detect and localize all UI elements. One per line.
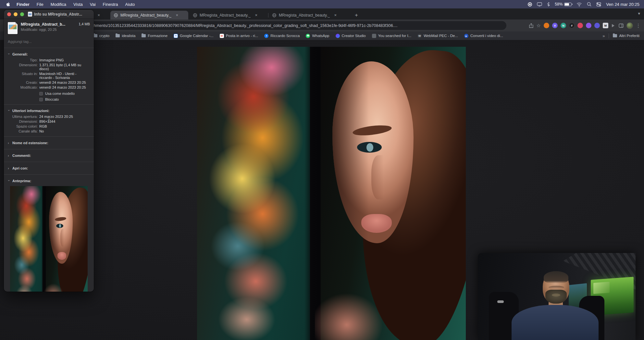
bookmark-item[interactable]: ▶ Converti i video di...	[464, 34, 503, 38]
bluetooth-icon[interactable]	[547, 2, 550, 6]
divider	[609, 33, 609, 38]
section-header-comments[interactable]: › Commenti:	[8, 152, 90, 159]
bookmarks-overflow-icon[interactable]: »	[602, 33, 605, 38]
disclosure-chevron-icon[interactable]: ›	[8, 154, 10, 157]
bookmark-item[interactable]: Creator Studio	[336, 34, 366, 38]
bookmark-item[interactable]: f Riccardo Scrocca	[264, 34, 300, 38]
spotlight-search-icon[interactable]	[587, 2, 591, 6]
display-icon[interactable]	[537, 2, 542, 6]
section-header-open-with[interactable]: › Apri con:	[8, 165, 90, 171]
tab-label: MRregista_Abstract_beauty._	[200, 13, 251, 18]
disclosure-chevron-icon[interactable]: ›	[8, 141, 10, 145]
bookmark-item[interactable]: You searched for I...	[372, 34, 412, 38]
close-icon[interactable]: ×	[174, 13, 180, 18]
info-row: Situato in:Macintosh HD - Utenti - ricca…	[8, 71, 90, 80]
eye	[357, 142, 382, 153]
disclosure-chevron-icon[interactable]: ›	[7, 53, 11, 56]
menu-finder[interactable]: Finder	[17, 2, 30, 7]
bookmark-item[interactable]: ☎ WhatsApp	[306, 34, 329, 38]
presenter-beard	[545, 290, 567, 304]
lips	[361, 214, 392, 233]
menu-aiuto[interactable]: Aiuto	[125, 2, 135, 7]
disclosure-chevron-icon[interactable]: ›	[7, 180, 11, 183]
checkbox-row[interactable]: Usa come modello	[39, 92, 90, 95]
screen-recording-icon[interactable]	[528, 2, 532, 6]
bookmark-star-icon[interactable]: ☆	[537, 23, 541, 29]
bookmark-folder[interactable]: idealista	[116, 34, 135, 38]
section-comments: › Commenti:	[4, 151, 94, 160]
checkbox-locked[interactable]	[39, 98, 43, 101]
section-name-extension: › Nome ed estensione:	[4, 139, 94, 147]
tab-1-active[interactable]: MRregista_Abstract_beauty._ ×	[110, 11, 188, 19]
section-header-general[interactable]: › Generali:	[8, 51, 90, 57]
globe-icon	[272, 13, 277, 18]
close-icon[interactable]: ×	[96, 13, 101, 18]
close-icon[interactable]: ×	[254, 13, 259, 18]
section-header-name-extension[interactable]: › Nome ed estensione:	[8, 140, 90, 146]
window-title: Info su MRregista_Abstr...	[34, 12, 82, 17]
extension-icon[interactable]	[586, 23, 591, 28]
section-header-preview[interactable]: › Anteprima:	[8, 178, 90, 184]
main-image	[197, 47, 466, 340]
browser-toolbar: /attachments/1013512335442333816/1088906…	[0, 19, 644, 31]
info-window-titlebar[interactable]: Info su MRregista_Abstr...	[4, 10, 94, 19]
checkbox-template[interactable]	[39, 92, 43, 95]
wifi-icon[interactable]	[576, 2, 582, 6]
menu-vai[interactable]: Vai	[90, 2, 96, 7]
disclosure-chevron-icon[interactable]: ›	[8, 166, 10, 170]
menu-modifica[interactable]: Modifica	[51, 2, 66, 7]
extension-icon[interactable]: #	[569, 23, 575, 28]
bookmark-label: WhatsApp	[312, 34, 329, 38]
info-row: Modificato:venerdì 24 marzo 2023 20:25	[8, 85, 90, 90]
tab-3[interactable]: MRregista_Abstract_beauty._ ×	[269, 11, 347, 19]
divider	[4, 136, 94, 137]
menu-file[interactable]: File	[37, 2, 43, 7]
section-header-more-info[interactable]: › Ulteriori informazioni:	[8, 107, 90, 114]
bookmark-label: Riccardo Scrocca	[270, 34, 300, 38]
new-tab-button[interactable]: +	[353, 11, 360, 19]
bookmark-label: WebMail PEC - De...	[424, 34, 458, 38]
divider	[4, 162, 94, 162]
address-bar[interactable]: /attachments/1013512335442333816/1088906…	[79, 21, 506, 30]
extension-icon[interactable]	[594, 23, 600, 28]
bookmark-folder[interactable]: Formazione	[142, 34, 167, 38]
tab-2[interactable]: MRregista_Abstract_beauty._ ×	[190, 11, 267, 19]
extension-icon[interactable]: N	[561, 23, 566, 28]
extension-icon[interactable]: V	[552, 23, 558, 28]
bookmark-label: Formazione	[148, 34, 167, 38]
collections-arrow-icon[interactable]	[611, 23, 616, 28]
battery-indicator[interactable]: 58%	[555, 2, 572, 6]
side-panel-icon[interactable]	[619, 23, 624, 28]
disclosure-chevron-icon[interactable]: ›	[7, 110, 11, 112]
bookmark-folder[interactable]: crypto	[93, 34, 109, 38]
close-window-button[interactable]	[7, 12, 11, 16]
info-row: Spazio colori:RGB	[8, 124, 90, 129]
minimize-window-button[interactable]	[14, 12, 18, 16]
extension-icon[interactable]	[577, 23, 583, 28]
info-row: Tipo:Immagine PNG	[8, 57, 90, 62]
close-icon[interactable]: ×	[333, 13, 338, 18]
checkbox-row[interactable]: Bloccato	[39, 97, 90, 101]
video-convert-icon: ▶	[464, 34, 468, 38]
bookmark-item[interactable]: M Posta in arrivo - ri...	[220, 34, 258, 38]
menu-vista[interactable]: Vista	[73, 2, 83, 7]
other-bookmarks-folder[interactable]: Altri Preferiti	[613, 34, 639, 38]
extension-icon[interactable]: M	[603, 23, 608, 28]
bookmark-item[interactable]: 31 Google Calendar -...	[174, 34, 214, 38]
bookmark-label: Altri Preferiti	[619, 34, 639, 38]
bookmark-item[interactable]: W WebMail PEC - De...	[417, 34, 458, 38]
browser-menu-icon[interactable]: ⋮	[636, 23, 641, 29]
share-icon[interactable]	[529, 23, 534, 28]
shoulder-glow	[315, 293, 395, 340]
tab-search-chevron-icon[interactable]: ▾	[638, 11, 640, 16]
apple-menu-icon[interactable]	[6, 2, 10, 7]
document-icon	[28, 12, 32, 17]
zoom-window-button[interactable]	[20, 12, 24, 16]
menu-finestra[interactable]: Finestra	[103, 2, 118, 7]
info-row: Creato:venerdì 24 marzo 2023 20:25	[8, 80, 90, 85]
add-tags-field[interactable]: Aggiungi tag...	[8, 37, 90, 46]
menu-clock[interactable]: Ven 24 mar 20:25	[606, 2, 639, 7]
extension-icon[interactable]	[544, 23, 549, 28]
control-center-icon[interactable]	[596, 2, 601, 6]
profile-avatar[interactable]	[626, 22, 633, 29]
